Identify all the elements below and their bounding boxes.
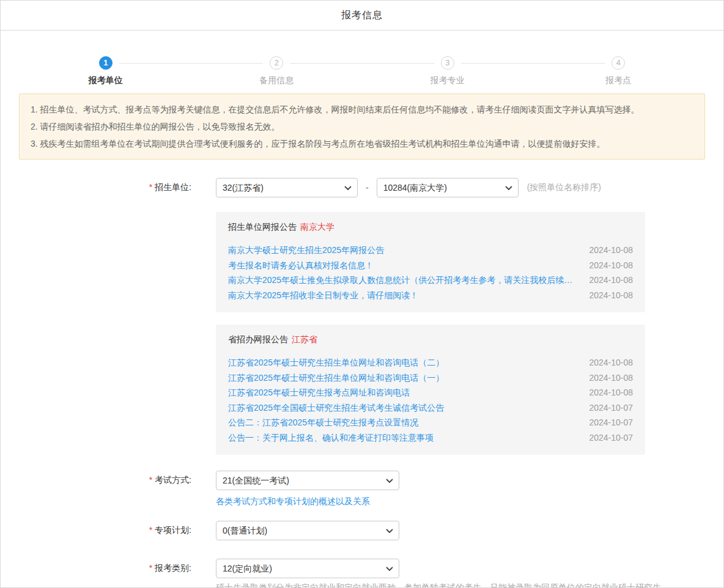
step-application-unit: 1 报考单位	[20, 56, 191, 86]
notice-row: 江苏省2025年硕士研究生招生单位网址和咨询电话（一） 2024-10-08	[228, 370, 633, 386]
application-category-row: *报考类别: 12(定向就业)	[1, 559, 723, 578]
notice-date: 2024-10-08	[589, 288, 633, 303]
province-notice-panel-title: 省招办网报公告江苏省	[228, 334, 633, 345]
step-exam-site: 4 报考点	[533, 56, 704, 86]
exam-mode-row: *考试方式: 21(全国统一考试)	[1, 471, 723, 490]
required-asterisk: *	[149, 182, 152, 192]
notice-link[interactable]: 南京大学硕士研究生招生2025年网报公告	[228, 243, 577, 258]
province-notice-panel: 省招办网报公告江苏省 江苏省2025年硕士研究生招生单位网址和咨询电话（二） 2…	[216, 325, 645, 455]
application-category-label: *报考类别:	[1, 563, 191, 574]
category-hint: 硕士生录取类别分为非定向就业和定向就业两种。参加单独考试的考生，只能被录取为回原…	[216, 582, 670, 588]
key-info-warning-box: 1. 招生单位、考试方式、报考点等为报考关键信息，在提交信息后不允许修改，网报时…	[19, 94, 705, 160]
notice-row: 考生报名时请务必认真核对报名信息！ 2024-10-08	[228, 258, 633, 273]
select-separator: -	[366, 183, 369, 193]
step-3-label: 报考专业	[362, 75, 533, 86]
notice-link[interactable]: 江苏省2025年硕士研究生报考点网址和咨询电话	[228, 385, 577, 400]
unit-notice-panel-row: 招生单位网报公告南京大学 南京大学硕士研究生招生2025年网报公告 2024-1…	[1, 212, 723, 312]
warning-line: 2. 请仔细阅读省招办和招生单位的网报公告，以免导致报名无效。	[31, 118, 693, 135]
notice-link[interactable]: 考生报名时请务必认真核对报名信息！	[228, 258, 577, 273]
page-header: 报考信息	[1, 1, 723, 31]
step-application-major: 3 报考专业	[362, 56, 533, 86]
unit-notice-panel-title: 招生单位网报公告南京大学	[228, 222, 633, 233]
required-asterisk: *	[149, 525, 152, 535]
notice-link[interactable]: 南京大学2025年招收非全日制专业，请仔细阅读！	[228, 288, 577, 303]
province-select[interactable]: 32(江苏省)	[216, 178, 358, 197]
notice-link[interactable]: 江苏省2025年硕士研究生招生单位网址和咨询电话（一）	[228, 370, 577, 386]
notice-link[interactable]: 江苏省2025年硕士研究生招生单位网址和咨询电话（二）	[228, 355, 577, 370]
notice-row: 江苏省2025年硕士研究生报考点网址和咨询电话 2024-10-08	[228, 385, 633, 400]
step-4-circle: 4	[611, 56, 625, 70]
warning-line: 3. 残疾考生如需组考单位在考试期间提供合理考试便利服务的，应于报名阶段与考点所…	[31, 135, 693, 152]
notice-row: 江苏省2025年硕士研究生招生单位网址和咨询电话（二） 2024-10-08	[228, 355, 633, 370]
required-asterisk: *	[149, 475, 152, 485]
notice-date: 2024-10-08	[589, 273, 633, 288]
special-plan-label: *专项计划:	[1, 525, 191, 536]
notice-link[interactable]: 南京大学2025年硕士推免生拟录取人数信息统计（供公开招考考生参考，请关注我校后…	[228, 273, 577, 288]
step-2-circle: 2	[270, 56, 283, 70]
exam-mode-label: *考试方式:	[1, 475, 191, 486]
notice-link[interactable]: 公告一：关于网上报名、确认和准考证打印等注意事项	[228, 430, 577, 446]
recruiting-unit-row: *招生单位: 32(江苏省) - 10284(南京大学) (按照单位名称排序)	[1, 178, 723, 197]
step-3-circle: 3	[441, 56, 454, 70]
step-4-label: 报考点	[533, 75, 704, 86]
notice-row: 南京大学硕士研究生招生2025年网报公告 2024-10-08	[228, 243, 633, 258]
notice-date: 2024-10-08	[589, 258, 633, 273]
notice-link[interactable]: 江苏省2025年全国硕士研究生招生考试考生诚信考试公告	[228, 400, 577, 416]
notice-date: 2024-10-07	[589, 400, 633, 416]
notice-date: 2024-10-07	[589, 430, 633, 446]
notice-row: 南京大学2025年招收非全日制专业，请仔细阅读！ 2024-10-08	[228, 288, 633, 303]
special-plan-select[interactable]: 0(普通计划)	[216, 521, 399, 540]
application-category-select[interactable]: 12(定向就业)	[216, 559, 399, 578]
exam-mode-help-link[interactable]: 各类考试方式和专项计划的概述以及关系	[216, 496, 370, 507]
notice-date: 2024-10-08	[589, 385, 633, 400]
warning-line: 1. 招生单位、考试方式、报考点等为报考关键信息，在提交信息后不允许修改，网报时…	[31, 101, 693, 118]
notice-row: 南京大学2025年硕士推免生拟录取人数信息统计（供公开招考考生参考，请关注我校后…	[228, 273, 633, 288]
notice-date: 2024-10-08	[589, 355, 633, 370]
exam-mode-select[interactable]: 21(全国统一考试)	[216, 471, 399, 490]
notice-date: 2024-10-08	[589, 370, 633, 386]
step-2-label: 备用信息	[191, 75, 363, 86]
special-plan-row: *专项计划: 0(普通计划)	[1, 521, 723, 540]
step-backup-info: 2 备用信息	[191, 56, 363, 86]
step-1-circle: 1	[99, 56, 113, 70]
notice-link[interactable]: 公告二：江苏省2025年硕士研究生报考点设置情况	[228, 415, 577, 430]
notice-row: 公告一：关于网上报名、确认和准考证打印等注意事项 2024-10-07	[228, 430, 633, 446]
exam-mode-help-row: 各类考试方式和专项计划的概述以及关系	[1, 496, 723, 507]
sort-order-hint: (按照单位名称排序)	[527, 182, 601, 193]
required-asterisk: *	[149, 563, 152, 573]
notice-row: 公告二：江苏省2025年硕士研究生报考点设置情况 2024-10-07	[228, 415, 633, 430]
step-1-label: 报考单位	[20, 75, 191, 86]
notice-date: 2024-10-08	[589, 243, 633, 258]
application-form: *招生单位: 32(江苏省) - 10284(南京大学) (按照单位名称排序) …	[1, 178, 723, 588]
recruiting-unit-label: *招生单位:	[1, 182, 191, 193]
notice-date: 2024-10-07	[589, 415, 633, 430]
category-hint-row: 硕士生录取类别分为非定向就业和定向就业两种。参加单独考试的考生，只能被录取为回原…	[1, 582, 723, 588]
province-name-highlight: 江苏省	[292, 334, 317, 344]
progress-stepper: 1 报考单位 2 备用信息 3 报考专业 4 报考点	[20, 56, 704, 86]
unit-select[interactable]: 10284(南京大学)	[377, 178, 519, 197]
province-notice-panel-row: 省招办网报公告江苏省 江苏省2025年硕士研究生招生单位网址和咨询电话（二） 2…	[1, 325, 723, 455]
unit-notice-panel: 招生单位网报公告南京大学 南京大学硕士研究生招生2025年网报公告 2024-1…	[216, 212, 645, 312]
unit-name-highlight: 南京大学	[300, 222, 334, 232]
notice-row: 江苏省2025年全国硕士研究生招生考试考生诚信考试公告 2024-10-07	[228, 400, 633, 416]
page-title: 报考信息	[341, 9, 383, 22]
